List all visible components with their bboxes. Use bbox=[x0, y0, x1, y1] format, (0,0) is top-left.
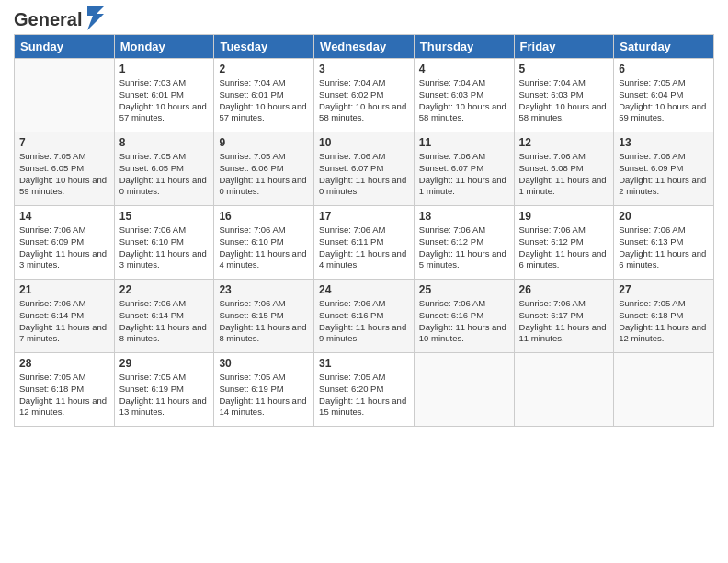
day-info: Sunrise: 7:04 AMSunset: 6:02 PMDaylight:… bbox=[319, 77, 409, 124]
cell-w1d0: 7Sunrise: 7:05 AMSunset: 6:05 PMDaylight… bbox=[15, 132, 115, 206]
cell-w2d2: 16Sunrise: 7:06 AMSunset: 6:10 PMDayligh… bbox=[214, 206, 314, 280]
day-info: Sunrise: 7:06 AMSunset: 6:15 PMDaylight:… bbox=[219, 298, 309, 345]
header: General bbox=[14, 9, 714, 27]
day-number: 5 bbox=[519, 63, 609, 75]
cell-w3d1: 22Sunrise: 7:06 AMSunset: 6:14 PMDayligh… bbox=[114, 280, 214, 353]
calendar-table: Sunday Monday Tuesday Wednesday Thursday… bbox=[14, 34, 714, 427]
col-tuesday: Tuesday bbox=[214, 35, 314, 59]
cell-w4d1: 29Sunrise: 7:05 AMSunset: 6:19 PMDayligh… bbox=[114, 353, 214, 427]
day-number: 21 bbox=[19, 283, 109, 296]
cell-w3d5: 26Sunrise: 7:06 AMSunset: 6:17 PMDayligh… bbox=[514, 280, 614, 353]
day-number: 23 bbox=[219, 283, 309, 296]
cell-w1d1: 8Sunrise: 7:05 AMSunset: 6:05 PMDaylight… bbox=[114, 132, 214, 206]
day-info: Sunrise: 7:06 AMSunset: 6:10 PMDaylight:… bbox=[119, 224, 210, 271]
day-info: Sunrise: 7:06 AMSunset: 6:16 PMDaylight:… bbox=[419, 298, 509, 345]
cell-w2d6: 20Sunrise: 7:06 AMSunset: 6:13 PMDayligh… bbox=[614, 206, 714, 280]
day-info: Sunrise: 7:06 AMSunset: 6:12 PMDaylight:… bbox=[419, 224, 509, 271]
day-number: 6 bbox=[619, 63, 709, 75]
day-info: Sunrise: 7:05 AMSunset: 6:19 PMDaylight:… bbox=[219, 372, 309, 419]
day-info: Sunrise: 7:05 AMSunset: 6:04 PMDaylight:… bbox=[619, 77, 709, 124]
week-row-3: 21Sunrise: 7:06 AMSunset: 6:14 PMDayligh… bbox=[15, 280, 714, 353]
cell-w3d2: 23Sunrise: 7:06 AMSunset: 6:15 PMDayligh… bbox=[214, 280, 314, 353]
page: General Sunday Monday Tuesday Wednesday … bbox=[0, 0, 728, 563]
day-number: 3 bbox=[319, 63, 409, 75]
day-info: Sunrise: 7:04 AMSunset: 6:01 PMDaylight:… bbox=[219, 77, 309, 124]
day-info: Sunrise: 7:05 AMSunset: 6:05 PMDaylight:… bbox=[19, 151, 109, 198]
day-number: 19 bbox=[519, 210, 609, 223]
logo-general: General bbox=[14, 9, 82, 30]
day-info: Sunrise: 7:06 AMSunset: 6:09 PMDaylight:… bbox=[19, 224, 109, 271]
day-info: Sunrise: 7:06 AMSunset: 6:07 PMDaylight:… bbox=[419, 151, 509, 198]
day-number: 7 bbox=[19, 136, 109, 149]
day-info: Sunrise: 7:06 AMSunset: 6:07 PMDaylight:… bbox=[319, 151, 409, 198]
day-info: Sunrise: 7:05 AMSunset: 6:19 PMDaylight:… bbox=[119, 372, 210, 419]
header-row: Sunday Monday Tuesday Wednesday Thursday… bbox=[15, 35, 714, 59]
col-monday: Monday bbox=[114, 35, 214, 59]
day-number: 13 bbox=[619, 136, 709, 149]
day-info: Sunrise: 7:06 AMSunset: 6:17 PMDaylight:… bbox=[519, 298, 609, 345]
cell-w0d2: 2Sunrise: 7:04 AMSunset: 6:01 PMDaylight… bbox=[214, 59, 314, 132]
col-friday: Friday bbox=[514, 35, 614, 59]
cell-w3d6: 27Sunrise: 7:05 AMSunset: 6:18 PMDayligh… bbox=[614, 280, 714, 353]
day-info: Sunrise: 7:05 AMSunset: 6:20 PMDaylight:… bbox=[319, 372, 409, 419]
logo-icon bbox=[84, 6, 104, 30]
day-number: 25 bbox=[419, 283, 509, 296]
cell-w2d4: 18Sunrise: 7:06 AMSunset: 6:12 PMDayligh… bbox=[414, 206, 514, 280]
day-info: Sunrise: 7:06 AMSunset: 6:10 PMDaylight:… bbox=[219, 224, 309, 271]
cell-w0d4: 4Sunrise: 7:04 AMSunset: 6:03 PMDaylight… bbox=[414, 59, 514, 132]
col-wednesday: Wednesday bbox=[314, 35, 415, 59]
cell-w3d4: 25Sunrise: 7:06 AMSunset: 6:16 PMDayligh… bbox=[414, 280, 514, 353]
cell-w4d4 bbox=[414, 353, 514, 427]
cell-w0d0 bbox=[15, 59, 115, 132]
day-number: 29 bbox=[119, 357, 210, 370]
day-info: Sunrise: 7:06 AMSunset: 6:09 PMDaylight:… bbox=[619, 151, 709, 198]
day-info: Sunrise: 7:04 AMSunset: 6:03 PMDaylight:… bbox=[519, 77, 609, 124]
cell-w0d1: 1Sunrise: 7:03 AMSunset: 6:01 PMDaylight… bbox=[114, 59, 214, 132]
day-number: 17 bbox=[319, 210, 409, 223]
day-number: 15 bbox=[119, 210, 210, 223]
cell-w3d0: 21Sunrise: 7:06 AMSunset: 6:14 PMDayligh… bbox=[15, 280, 115, 353]
day-info: Sunrise: 7:06 AMSunset: 6:08 PMDaylight:… bbox=[519, 151, 609, 198]
day-number: 11 bbox=[419, 136, 509, 149]
col-sunday: Sunday bbox=[15, 35, 115, 59]
cell-w4d3: 31Sunrise: 7:05 AMSunset: 6:20 PMDayligh… bbox=[314, 353, 415, 427]
cell-w2d0: 14Sunrise: 7:06 AMSunset: 6:09 PMDayligh… bbox=[15, 206, 115, 280]
col-saturday: Saturday bbox=[614, 35, 714, 59]
day-number: 28 bbox=[19, 357, 109, 370]
day-number: 2 bbox=[219, 63, 309, 75]
day-number: 8 bbox=[119, 136, 210, 149]
day-number: 10 bbox=[319, 136, 409, 149]
week-row-4: 28Sunrise: 7:05 AMSunset: 6:18 PMDayligh… bbox=[15, 353, 714, 427]
cell-w4d5 bbox=[514, 353, 614, 427]
day-info: Sunrise: 7:04 AMSunset: 6:03 PMDaylight:… bbox=[419, 77, 509, 124]
cell-w3d3: 24Sunrise: 7:06 AMSunset: 6:16 PMDayligh… bbox=[314, 280, 415, 353]
col-thursday: Thursday bbox=[414, 35, 514, 59]
day-info: Sunrise: 7:05 AMSunset: 6:18 PMDaylight:… bbox=[619, 298, 709, 345]
day-number: 18 bbox=[419, 210, 509, 223]
day-number: 22 bbox=[119, 283, 210, 296]
cell-w0d3: 3Sunrise: 7:04 AMSunset: 6:02 PMDaylight… bbox=[314, 59, 415, 132]
cell-w2d1: 15Sunrise: 7:06 AMSunset: 6:10 PMDayligh… bbox=[114, 206, 214, 280]
cell-w1d2: 9Sunrise: 7:05 AMSunset: 6:06 PMDaylight… bbox=[214, 132, 314, 206]
logo: General bbox=[14, 9, 104, 27]
day-number: 30 bbox=[219, 357, 309, 370]
day-number: 4 bbox=[419, 63, 509, 75]
cell-w4d6 bbox=[614, 353, 714, 427]
cell-w4d2: 30Sunrise: 7:05 AMSunset: 6:19 PMDayligh… bbox=[214, 353, 314, 427]
day-info: Sunrise: 7:05 AMSunset: 6:18 PMDaylight:… bbox=[19, 372, 109, 419]
cell-w2d3: 17Sunrise: 7:06 AMSunset: 6:11 PMDayligh… bbox=[314, 206, 415, 280]
cell-w0d5: 5Sunrise: 7:04 AMSunset: 6:03 PMDaylight… bbox=[514, 59, 614, 132]
day-info: Sunrise: 7:06 AMSunset: 6:14 PMDaylight:… bbox=[19, 298, 109, 345]
week-row-2: 14Sunrise: 7:06 AMSunset: 6:09 PMDayligh… bbox=[15, 206, 714, 280]
day-number: 20 bbox=[619, 210, 709, 223]
day-number: 24 bbox=[319, 283, 409, 296]
cell-w1d5: 12Sunrise: 7:06 AMSunset: 6:08 PMDayligh… bbox=[514, 132, 614, 206]
day-number: 1 bbox=[119, 63, 210, 75]
day-info: Sunrise: 7:05 AMSunset: 6:05 PMDaylight:… bbox=[119, 151, 210, 198]
cell-w1d3: 10Sunrise: 7:06 AMSunset: 6:07 PMDayligh… bbox=[314, 132, 415, 206]
day-number: 12 bbox=[519, 136, 609, 149]
day-number: 27 bbox=[619, 283, 709, 296]
cell-w0d6: 6Sunrise: 7:05 AMSunset: 6:04 PMDaylight… bbox=[614, 59, 714, 132]
day-info: Sunrise: 7:06 AMSunset: 6:14 PMDaylight:… bbox=[119, 298, 210, 345]
week-row-0: 1Sunrise: 7:03 AMSunset: 6:01 PMDaylight… bbox=[15, 59, 714, 132]
